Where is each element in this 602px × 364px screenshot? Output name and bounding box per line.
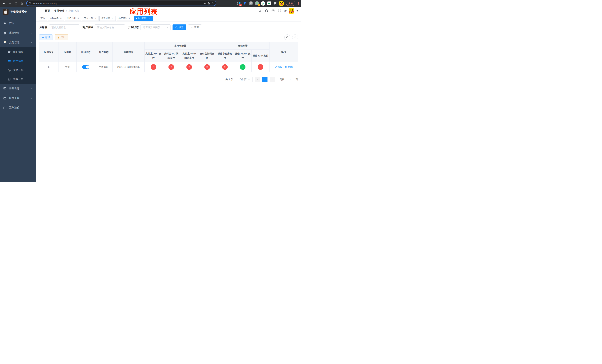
prev-page-button[interactable]: [255, 77, 260, 82]
yen-icon: ¥: [3, 41, 7, 44]
table-row: 6 芋道 芋道源码 2021-10-23 08:49:25 × × × × × …: [39, 62, 298, 72]
forward-button[interactable]: [7, 1, 13, 6]
extension-kite-icon[interactable]: [243, 1, 247, 6]
payment-submenu: 商户信息 应用信息 ¥ 支付订单 退款订单: [0, 47, 36, 84]
tag-merchant-info[interactable]: 商户信息×: [117, 16, 133, 21]
sidebar-item-refund-order[interactable]: 退款订单: [0, 75, 36, 84]
sidebar-item-app-info[interactable]: 应用信息: [0, 56, 36, 65]
sidebar-collapse-icon[interactable]: [39, 10, 42, 13]
extension-recorder-icon[interactable]: 1: [255, 1, 259, 6]
filter-form: 应用名 商户名称 开启状态 请选择开启状态 搜索 重置: [39, 24, 298, 30]
page-number-1[interactable]: 1: [262, 77, 268, 82]
tag-app-info-active[interactable]: 应用信息×: [134, 16, 153, 21]
config-alipay-app-badge[interactable]: ×: [151, 64, 156, 70]
user-avatar[interactable]: [289, 8, 294, 14]
edit-link[interactable]: 修改: [275, 65, 282, 68]
sidebar-item-pay-order[interactable]: ¥ 支付订单: [0, 65, 36, 75]
chrome-update-button[interactable]: 更新: [286, 1, 295, 6]
extension-command-icon[interactable]: ⌘: [249, 1, 253, 6]
tag-refund-order[interactable]: 退款订单×: [99, 16, 116, 21]
help-icon[interactable]: [271, 9, 275, 13]
grid-icon: [8, 60, 11, 63]
bookmark-star-icon[interactable]: [211, 2, 214, 5]
export-button[interactable]: 导出: [55, 34, 68, 40]
chevron-down-icon: [31, 32, 33, 34]
tag-home[interactable]: 首页: [39, 16, 47, 21]
sidebar-item-payment[interactable]: ¥ 支付管理: [0, 38, 36, 47]
config-wx-lite-badge[interactable]: ×: [222, 64, 228, 70]
tag-label: 首页: [41, 17, 45, 20]
logo-rabbit-avatar: [3, 9, 9, 15]
config-alipay-pc-badge[interactable]: ×: [168, 64, 174, 70]
reload-button[interactable]: [13, 1, 19, 6]
cell-created: 2021-10-23 08:49:25: [113, 62, 145, 72]
sidebar-item-home[interactable]: 首页: [0, 19, 36, 28]
site-info-icon[interactable]: [29, 2, 31, 5]
svg-text:¥: ¥: [9, 69, 10, 71]
tag-process-form[interactable]: 流程表单×: [48, 16, 64, 21]
sidebar-item-merchant-info[interactable]: 商户信息: [0, 47, 36, 56]
merchant-name-input[interactable]: [95, 24, 125, 30]
url-text[interactable]: localhost:1024/pay/app: [32, 2, 202, 5]
table-toolbar: 新增 导出: [39, 34, 298, 40]
breadcrumb-home[interactable]: 首页: [45, 9, 50, 13]
extension-chat-icon[interactable]: [267, 1, 271, 6]
delete-link[interactable]: 删除: [285, 65, 293, 68]
group-wechat-config: 微信配置: [216, 43, 269, 50]
breadcrumb-payment[interactable]: 支付管理: [54, 9, 64, 13]
trash-icon: [285, 66, 287, 68]
fullscreen-icon[interactable]: [277, 9, 282, 13]
tag-close-icon[interactable]: ×: [111, 17, 114, 20]
config-alipay-wap-badge[interactable]: ×: [186, 64, 192, 70]
tag-user-group[interactable]: 用户分组×: [65, 16, 81, 21]
group-alipay-config: 支付宝配置: [145, 43, 216, 50]
config-wx-app-badge[interactable]: ×: [258, 64, 263, 70]
col-app-name: 应用名: [58, 43, 77, 62]
search-button[interactable]: 搜索: [172, 24, 186, 30]
status-toggle[interactable]: [82, 65, 89, 69]
extensions-area: 10 ⌘ 1 y 更新: [219, 1, 300, 6]
back-button[interactable]: [1, 1, 7, 6]
toggle-search-button[interactable]: [284, 34, 290, 40]
chevron-down-icon: [248, 78, 250, 80]
app-name-input[interactable]: [49, 24, 79, 30]
avatar-caret-icon[interactable]: [297, 10, 298, 11]
active-dot: [136, 18, 137, 19]
goto-page-input[interactable]: [286, 77, 294, 82]
tag-close-icon[interactable]: ×: [129, 17, 131, 20]
add-button[interactable]: 新增: [39, 34, 53, 40]
tag-close-icon[interactable]: ×: [77, 17, 79, 20]
config-wx-jsapi-badge[interactable]: ✓: [240, 64, 246, 70]
content: 应用名 商户名称 开启状态 请选择开启状态 搜索 重置 新增 导出: [36, 21, 301, 182]
next-page-button[interactable]: [270, 77, 275, 82]
browser-profile-avatar[interactable]: [279, 1, 284, 6]
extension-yuque-icon[interactable]: y: [261, 1, 265, 6]
sidebar-item-system[interactable]: 系统管理: [0, 28, 36, 38]
browser-menu-kebab-icon[interactable]: [297, 1, 300, 6]
page-size-select[interactable]: 10条/页: [236, 77, 253, 82]
share-icon[interactable]: [207, 2, 210, 5]
password-key-icon[interactable]: [203, 2, 206, 5]
page-size-value: 10条/页: [238, 78, 247, 81]
sidebar-item-workflow[interactable]: 工作流程: [0, 103, 36, 113]
sidebar-logo[interactable]: 芋道管理系统: [0, 7, 36, 17]
diamond-square-bottom: [237, 3, 238, 5]
sidebar-item-infrastructure[interactable]: 基础设施: [0, 84, 36, 93]
tag-close-icon[interactable]: ×: [148, 17, 151, 20]
font-size-icon[interactable]: TT: [284, 10, 287, 13]
reset-button[interactable]: 重置: [188, 24, 202, 30]
refresh-table-button[interactable]: [292, 34, 298, 40]
sidebar-item-dev-tools[interactable]: 研发工具: [0, 93, 36, 103]
status-select[interactable]: 请选择开启状态: [140, 24, 171, 30]
github-icon[interactable]: [264, 9, 269, 13]
config-alipay-qr-badge[interactable]: ×: [204, 64, 210, 70]
address-bar[interactable]: localhost:1024/pay/app: [26, 1, 216, 6]
search-icon[interactable]: [258, 9, 262, 13]
tag-pay-order[interactable]: 支付订单×: [82, 16, 98, 21]
tag-close-icon[interactable]: ×: [94, 17, 97, 20]
extensions-puzzle-icon[interactable]: [273, 1, 278, 6]
navbar: 首页 / 支付管理 / 应用信息 应用列表 TT: [36, 7, 301, 15]
home-button[interactable]: [19, 1, 24, 6]
tag-close-icon[interactable]: ×: [60, 17, 62, 20]
extension-diamond-icon[interactable]: 10: [236, 1, 241, 6]
